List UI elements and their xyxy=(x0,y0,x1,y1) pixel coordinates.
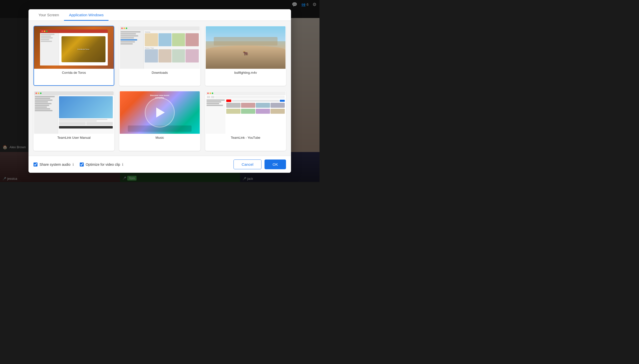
thumbnail-corrida-de-toros[interactable]: Corrida de Toros Corrida de Toros xyxy=(34,26,114,86)
optimize-video-label: Optimize for video clip xyxy=(86,162,120,166)
thumbnail-label-bullfighting: bullfighting.m4v xyxy=(206,69,286,76)
cancel-button[interactable]: Cancel xyxy=(234,160,262,169)
window-thumbnails-grid: Corrida de Toros Corrida de Toros xyxy=(28,21,291,156)
thumbnail-bullfighting[interactable]: 🐂 bullfighting.m4v xyxy=(205,26,286,86)
thumbnail-label-corrida: Corrida de Toros xyxy=(34,69,114,76)
tab-application-windows[interactable]: Application Windows xyxy=(64,9,108,21)
thumbnail-preview-bullfighting: 🐂 xyxy=(206,26,286,69)
thumbnail-preview-youtube xyxy=(206,91,286,134)
thumbnail-label-youtube: TeamLink - YouTube xyxy=(206,134,286,142)
thumbnail-preview-music: Discover new musiceveryday. xyxy=(120,91,200,134)
thumbnail-teamlink-youtube[interactable]: TeamLink - YouTube xyxy=(205,91,286,151)
tab-your-screen[interactable]: Your Screen xyxy=(34,9,64,21)
footer-options: Share system audio ℹ Optimize for video … xyxy=(34,162,123,166)
optimize-video-checkbox[interactable] xyxy=(80,162,84,166)
dialog-action-buttons: Cancel OK xyxy=(234,160,286,169)
thumbnail-downloads[interactable]: Yesterday Previous 7 Days xyxy=(119,26,200,86)
thumbnail-label-manual: TeamLink User Manual xyxy=(34,134,114,142)
thumbnail-preview-downloads: Yesterday Previous 7 Days xyxy=(120,26,200,69)
share-audio-checkbox[interactable] xyxy=(34,162,38,166)
thumbnail-preview-manual xyxy=(34,91,114,134)
dialog-footer: Share system audio ℹ Optimize for video … xyxy=(28,156,291,173)
screen-share-dialog-overlay: Your Screen Application Windows xyxy=(0,0,320,182)
thumbnail-teamlink-manual[interactable]: TeamLink User Manual xyxy=(34,91,114,151)
thumbnail-label-music: Music xyxy=(120,134,200,142)
optimize-video-option: Optimize for video clip ℹ xyxy=(80,162,124,166)
share-audio-info-icon[interactable]: ℹ xyxy=(72,162,74,166)
ok-button[interactable]: OK xyxy=(264,160,286,169)
thumbnail-music[interactable]: Discover new musiceveryday. Music xyxy=(119,91,200,151)
share-audio-option: Share system audio ℹ xyxy=(34,162,74,166)
thumbnail-label-downloads: Downloads xyxy=(120,69,200,76)
thumbnail-preview-corrida: Corrida de Toros xyxy=(34,26,114,69)
dialog-tabs: Your Screen Application Windows xyxy=(28,9,291,21)
screen-share-dialog: Your Screen Application Windows xyxy=(28,9,291,173)
optimize-video-info-icon[interactable]: ℹ xyxy=(122,162,123,166)
share-audio-label: Share system audio xyxy=(40,162,70,166)
